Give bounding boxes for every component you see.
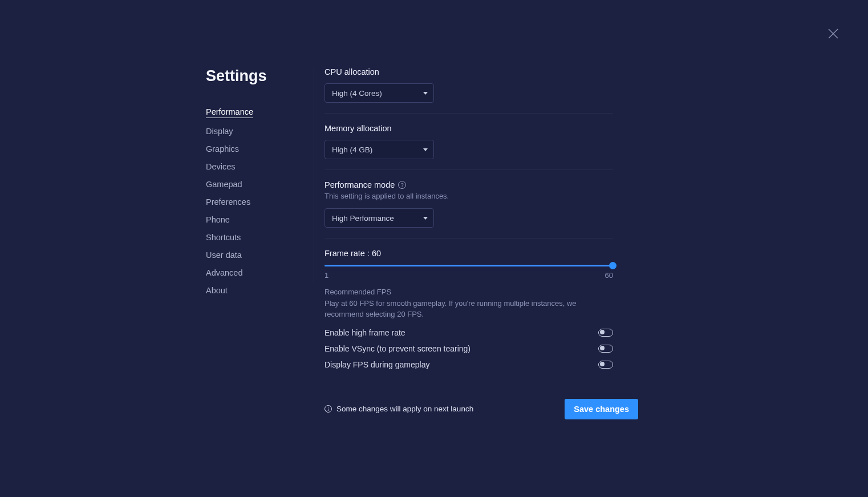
- help-icon[interactable]: ?: [398, 181, 406, 189]
- frame-rate-slider-thumb[interactable]: [609, 262, 616, 269]
- nav-user-data[interactable]: User data: [206, 250, 302, 260]
- toggle-display-fps[interactable]: [598, 361, 613, 369]
- info-note: i Some changes will apply on next launch: [325, 405, 473, 413]
- save-button[interactable]: Save changes: [565, 399, 638, 419]
- nav-preferences[interactable]: Preferences: [206, 197, 302, 207]
- toggle-high-frame-rate[interactable]: [598, 329, 613, 337]
- caret-down-icon: [423, 148, 428, 151]
- recommended-fps-text: Play at 60 FPS for smooth gameplay. If y…: [325, 298, 613, 320]
- performance-mode-select[interactable]: High Performance: [325, 208, 434, 228]
- nav-phone[interactable]: Phone: [206, 215, 302, 224]
- cpu-allocation-value: High (4 Cores): [332, 89, 382, 98]
- nav-about[interactable]: About: [206, 286, 302, 295]
- performance-mode-label: Performance mode: [325, 180, 395, 189]
- toggle-vsync[interactable]: [598, 345, 613, 353]
- memory-allocation-value: High (4 GB): [332, 146, 372, 154]
- cpu-allocation-select[interactable]: High (4 Cores): [325, 83, 434, 103]
- main-panel: CPU allocation High (4 Cores) Memory all…: [314, 67, 613, 419]
- performance-mode-value: High Performance: [332, 214, 394, 223]
- info-icon: i: [325, 405, 332, 413]
- frame-rate-max: 60: [605, 271, 613, 280]
- toggle-high-frame-rate-label: Enable high frame rate: [325, 328, 405, 337]
- cpu-allocation-label: CPU allocation: [325, 67, 613, 76]
- performance-mode-sublabel: This setting is applied to all instances…: [325, 192, 613, 200]
- info-note-text: Some changes will apply on next launch: [336, 405, 473, 413]
- frame-rate-min: 1: [325, 271, 328, 280]
- nav-shortcuts[interactable]: Shortcuts: [206, 233, 302, 242]
- nav-devices[interactable]: Devices: [206, 162, 302, 171]
- toggle-display-fps-label: Display FPS during gameplay: [325, 360, 429, 369]
- recommended-fps-label: Recommended FPS: [325, 288, 613, 296]
- memory-allocation-label: Memory allocation: [325, 124, 613, 133]
- caret-down-icon: [423, 92, 428, 95]
- sidebar: Settings Performance Display Graphics De…: [206, 67, 314, 284]
- memory-allocation-select[interactable]: High (4 GB): [325, 140, 434, 159]
- page-title: Settings: [206, 67, 302, 85]
- frame-rate-label: Frame rate : 60: [325, 249, 613, 258]
- toggle-vsync-label: Enable VSync (to prevent screen tearing): [325, 344, 470, 353]
- nav-gamepad[interactable]: Gamepad: [206, 180, 302, 189]
- nav-performance[interactable]: Performance: [206, 107, 253, 118]
- nav-advanced[interactable]: Advanced: [206, 268, 302, 277]
- caret-down-icon: [423, 217, 428, 220]
- frame-rate-slider[interactable]: [325, 265, 613, 266]
- nav-graphics[interactable]: Graphics: [206, 144, 302, 153]
- close-button[interactable]: [828, 29, 838, 39]
- nav-display[interactable]: Display: [206, 127, 302, 136]
